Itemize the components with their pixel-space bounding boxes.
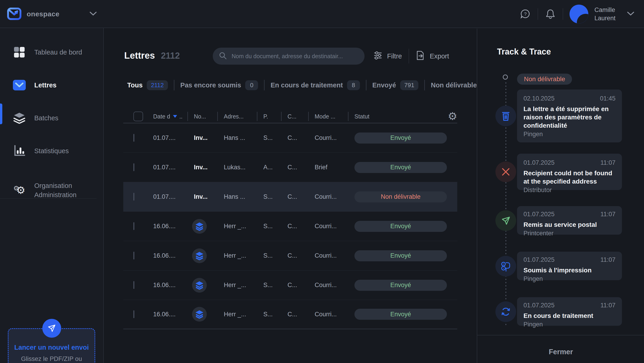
- help-bubble-icon: ?: [520, 8, 531, 20]
- close-button[interactable]: Fermer: [538, 348, 584, 356]
- status-tabs: Tous 2112 Pas encore soumis 0 En cours d…: [127, 79, 477, 92]
- notifications-button[interactable]: [544, 8, 556, 20]
- batch-layers-icon: [192, 248, 207, 263]
- table-row[interactable]: 16.06.... Herr _... S... C... Courri... …: [123, 270, 457, 300]
- row-checkbox[interactable]: [134, 222, 134, 230]
- send-plane-icon: [496, 210, 516, 231]
- export-label: Export: [430, 52, 449, 60]
- letters-table: Date d.. No... Adres... P. C... Mode ...…: [123, 110, 457, 330]
- export-button[interactable]: Export: [416, 50, 449, 62]
- tab-envoye[interactable]: Envoyé 791: [372, 80, 418, 90]
- table-row[interactable]: 01.07.... Inv... Lukas... A... C... Brie…: [123, 153, 457, 182]
- status-badge: Envoyé: [354, 309, 447, 320]
- sidebar-item-label: Organisation Administration: [34, 181, 76, 200]
- event-time: 11:07: [600, 256, 616, 264]
- track-trace-panel: Track & Trace Non délivrable: [477, 28, 644, 363]
- column-header-date[interactable]: Date d..: [153, 112, 194, 121]
- table-row[interactable]: 01.07.... Inv... Hans ... S... C... Cour…: [123, 123, 457, 153]
- brand-name: onespace: [27, 10, 59, 18]
- top-header: onespace ? Camil: [0, 0, 644, 28]
- event-source: Distributor: [524, 186, 616, 194]
- track-event-card: 01.07.202511:07 Soumis à l'impression Pi…: [517, 252, 622, 280]
- tab-count-badge: 791: [400, 80, 418, 90]
- event-source: Pingen: [524, 321, 616, 328]
- column-header-address[interactable]: Adres...: [224, 112, 263, 121]
- row-checkbox[interactable]: [134, 193, 134, 200]
- timeline-start-circle-icon: [503, 74, 508, 80]
- column-header-p[interactable]: P.: [263, 112, 288, 121]
- sidebar: Tableau de bord Lettres Batches: [0, 28, 104, 363]
- account-chevron-down-icon[interactable]: [626, 11, 635, 17]
- column-header-document[interactable]: No...: [194, 112, 224, 121]
- tab-pas-encore-soumis[interactable]: Pas encore soumis 0: [180, 80, 258, 90]
- letters-envelope-icon: [13, 80, 26, 90]
- tab-count-badge: 8: [347, 80, 360, 90]
- row-checkbox[interactable]: [134, 281, 134, 289]
- header-actions: ? Camille Laurent: [519, 0, 635, 28]
- header-divider: [538, 8, 538, 20]
- filter-sliders-icon: [373, 51, 382, 62]
- status-badge: Envoyé: [354, 132, 447, 144]
- row-checkbox[interactable]: [134, 252, 134, 260]
- table-row[interactable]: 16.06.... Herr _... S... C... Courri... …: [123, 300, 457, 330]
- processing-icon: [496, 301, 516, 322]
- table-row[interactable]: 16.06.... Herr _... S... C... Courri... …: [123, 241, 457, 270]
- row-checkbox[interactable]: [134, 134, 134, 142]
- help-button[interactable]: ?: [519, 8, 531, 20]
- sidebar-item-label: Tableau de bord: [34, 48, 82, 56]
- event-time: 01:45: [600, 95, 616, 102]
- filter-label: Filtre: [387, 52, 402, 60]
- account-menu[interactable]: Camille Laurent: [570, 4, 616, 24]
- sidebar-item-organisation-administration[interactable]: ⚙⚙ Organisation Administration: [0, 175, 104, 205]
- tab-non-delivrable[interactable]: Non délivrable: [431, 82, 477, 89]
- workspace-chevron-down-icon[interactable]: [89, 11, 97, 17]
- page-count: 2112: [161, 51, 180, 61]
- event-date: 01.07.2025: [524, 159, 554, 166]
- status-badge: Envoyé: [354, 221, 447, 232]
- user-name: Camille Laurent: [594, 6, 616, 22]
- event-time: 11:07: [600, 302, 616, 309]
- tab-en-cours-de-traitement[interactable]: En cours de traitement 8: [270, 80, 360, 90]
- search-input[interactable]: [231, 53, 358, 60]
- track-event-card: 01.07.202511:07 Recipient could not be f…: [517, 154, 622, 190]
- bell-icon: [545, 8, 556, 20]
- sidebar-item-statistics[interactable]: Statistiques: [0, 138, 104, 164]
- sidebar-item-letters[interactable]: Lettres: [0, 72, 104, 98]
- column-header-statut[interactable]: Statut: [354, 113, 457, 120]
- status-badge: Envoyé: [354, 250, 447, 261]
- row-checkbox[interactable]: [134, 310, 134, 318]
- letters-main-panel: Lettres 2112 Filtre: [104, 28, 477, 363]
- onespace-logo-icon: [7, 7, 22, 21]
- track-panel-footer: Fermer: [477, 335, 644, 356]
- status-badge: Envoyé: [354, 280, 447, 291]
- tab-tous[interactable]: Tous 2112: [127, 80, 168, 90]
- event-date: 01.07.2025: [524, 302, 554, 309]
- table-settings-gear-icon[interactable]: ⚙: [448, 111, 457, 122]
- sidebar-item-dashboard[interactable]: Tableau de bord: [0, 40, 104, 65]
- avatar: [570, 4, 588, 24]
- workspace-switcher[interactable]: onespace: [7, 7, 59, 21]
- status-badge: Non délivrable: [354, 192, 447, 202]
- track-trace-title: Track & Trace: [497, 47, 551, 56]
- table-row-selected[interactable]: 01.07.... Inv... Hans ... S... C... Cour…: [123, 182, 457, 212]
- tab-count-badge: 2112: [147, 80, 168, 90]
- select-all-checkbox[interactable]: [134, 112, 143, 121]
- dashboard-grid-icon: [13, 46, 26, 58]
- row-checkbox[interactable]: [134, 163, 134, 171]
- column-header-mode[interactable]: Mode ...: [315, 112, 354, 121]
- filter-button[interactable]: Filtre: [373, 51, 402, 62]
- column-header-c[interactable]: C...: [288, 112, 315, 121]
- toolbar: Filtre Export: [373, 48, 449, 65]
- sidebar-item-batches[interactable]: Batches: [0, 105, 104, 131]
- track-event-card: 01.07.202511:07 En cours de traitement P…: [517, 297, 622, 326]
- search-icon: [219, 52, 227, 61]
- table-header: Date d.. No... Adres... P. C... Mode ...…: [123, 110, 457, 123]
- event-date: 01.07.2025: [524, 211, 554, 218]
- header-divider: [563, 8, 563, 20]
- table-row[interactable]: 16.06.... Herr _... S... C... Courri... …: [123, 212, 457, 241]
- event-title: Soumis à l'impression: [524, 266, 616, 274]
- event-source: Pingen: [524, 275, 616, 282]
- search-bar: [213, 48, 364, 65]
- sort-desc-icon: [173, 115, 177, 118]
- event-title: La lettre a été supprimée en raison des …: [524, 105, 616, 130]
